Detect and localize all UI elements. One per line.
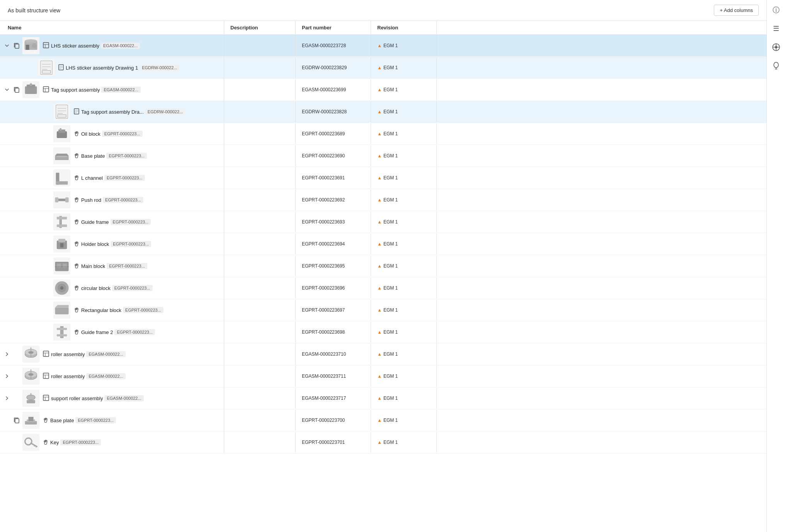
item-tag: EGPRT-0000223... <box>102 131 143 137</box>
table-row[interactable]: L channelEGPRT-0000223...EGPRT-000022369… <box>0 167 766 189</box>
chevron-right-icon[interactable] <box>3 394 11 402</box>
copy-icon[interactable] <box>12 41 21 50</box>
revision-value: EGM 1 <box>383 175 398 181</box>
copy-icon[interactable] <box>12 416 21 425</box>
table-row[interactable]: KeyEGPRT-0000223...EGPRT-0000223701▲EGM … <box>0 431 766 454</box>
cell-revision: ▲EGM 1 <box>371 410 437 431</box>
col-header-description: Description <box>224 21 296 34</box>
cell-description <box>224 278 296 298</box>
table-row[interactable]: roller assemblyEGASM-000022...EGASM-0000… <box>0 343 766 365</box>
type-icon <box>43 417 49 424</box>
list-icon[interactable]: ☰ <box>769 22 783 36</box>
type-icon <box>43 394 49 402</box>
cell-description <box>224 300 296 321</box>
cell-part-number: EGPRT-0000223690 <box>296 145 371 166</box>
svg-point-100 <box>774 62 778 68</box>
thumbnail <box>53 103 70 120</box>
revision-triangle: ▲ <box>377 43 382 48</box>
svg-rect-42 <box>55 197 58 202</box>
cell-revision: ▲EGM 1 <box>371 432 437 453</box>
table-row[interactable]: Base plateEGPRT-0000223...EGPRT-00002237… <box>0 409 766 431</box>
chevron-down-icon[interactable] <box>3 86 11 94</box>
table-row[interactable]: LHS sticker assemblyEGASM-000022...EGASM… <box>0 35 766 57</box>
item-name: Guide frame <box>81 219 109 225</box>
revision-value: EGM 1 <box>383 241 398 247</box>
item-name: Key <box>50 440 59 445</box>
table-row[interactable]: roller assemblyEGASM-000022...EGASM-0000… <box>0 365 766 387</box>
svg-rect-88 <box>28 417 31 421</box>
table-row[interactable]: LHS sticker assembly Drawing 1EGDRW-0000… <box>0 57 766 79</box>
revision-value: EGM 1 <box>383 87 398 92</box>
svg-rect-85 <box>15 419 19 423</box>
cell-part-number: EGPRT-0000223695 <box>296 256 371 276</box>
table-row[interactable]: Push rodEGPRT-0000223...EGPRT-0000223692… <box>0 189 766 211</box>
chevron-right-icon[interactable] <box>3 350 11 358</box>
cell-description <box>224 344 296 365</box>
table-row[interactable]: Base plateEGPRT-0000223...EGPRT-00002236… <box>0 145 766 167</box>
table-row[interactable]: support roller assemblyEGASM-000022...EG… <box>0 387 766 409</box>
cell-revision: ▲EGM 1 <box>371 79 437 100</box>
cell-revision: ▲EGM 1 <box>371 211 437 232</box>
cell-description <box>224 234 296 254</box>
thumbnail <box>53 324 70 341</box>
type-icon <box>73 108 80 116</box>
rows-container: LHS sticker assemblyEGASM-000022...EGASM… <box>0 35 766 454</box>
cell-revision: ▲EGM 1 <box>371 234 437 254</box>
table-row[interactable]: Main blockEGPRT-0000223...EGPRT-00002236… <box>0 255 766 277</box>
type-icon <box>73 218 80 226</box>
alert-icon[interactable] <box>769 59 783 73</box>
cell-name: roller assemblyEGASM-000022... <box>0 365 224 387</box>
svg-rect-21 <box>43 87 49 92</box>
item-name: Rectangular block <box>81 307 121 313</box>
item-tag: EGPRT-0000223... <box>112 285 153 291</box>
cell-name: Holder blockEGPRT-0000223... <box>0 233 224 255</box>
type-icon <box>73 285 80 292</box>
revision-triangle: ▲ <box>377 219 382 225</box>
svg-rect-17 <box>15 88 19 92</box>
svg-point-95 <box>775 46 777 48</box>
table-row[interactable]: Holder blockEGPRT-0000223...EGPRT-000022… <box>0 233 766 255</box>
table-container: Name Description Part number Revision LH… <box>0 21 766 532</box>
connection-icon[interactable] <box>769 40 783 54</box>
table-row[interactable]: Tag support assembly Dra...EGDRW-000022.… <box>0 101 766 123</box>
table-row[interactable]: circular blockEGPRT-0000223...EGPRT-0000… <box>0 277 766 299</box>
info-icon[interactable]: ⓘ <box>769 3 783 17</box>
revision-triangle: ▲ <box>377 396 382 401</box>
table-row[interactable]: Tag support assemblyEGASM-000022...EGASM… <box>0 79 766 101</box>
cell-name: Tag support assembly Dra...EGDRW-000022.… <box>0 101 224 123</box>
revision-value: EGM 1 <box>383 219 398 225</box>
svg-rect-35 <box>60 128 61 131</box>
cell-name: LHS sticker assembly Drawing 1EGDRW-0000… <box>0 57 224 78</box>
chevron-right-icon[interactable] <box>3 372 11 380</box>
revision-value: EGM 1 <box>383 65 398 70</box>
thumbnail <box>22 346 39 363</box>
thumbnail <box>22 434 39 451</box>
svg-rect-3 <box>26 45 29 50</box>
cell-revision: ▲EGM 1 <box>371 366 437 387</box>
copy-icon[interactable] <box>12 85 21 94</box>
cell-part-number: EGDRW-0000223828 <box>296 101 371 122</box>
table-row[interactable]: Rectangular blockEGPRT-0000223...EGPRT-0… <box>0 299 766 321</box>
cell-name: L channelEGPRT-0000223... <box>0 167 224 189</box>
table-row[interactable]: Oil blockEGPRT-0000223...EGPRT-000022368… <box>0 123 766 145</box>
cell-part-number: EGPRT-0000223696 <box>296 278 371 298</box>
add-columns-button[interactable]: + Add columns <box>714 5 759 16</box>
table-row[interactable]: Guide frameEGPRT-0000223...EGPRT-0000223… <box>0 211 766 233</box>
cell-name: circular blockEGPRT-0000223... <box>0 277 224 299</box>
cell-part-number: EGPRT-0000223700 <box>296 410 371 431</box>
svg-point-90 <box>25 438 32 445</box>
revision-value: EGM 1 <box>383 351 398 357</box>
cell-name: LHS sticker assemblyEGASM-000022... <box>0 35 224 56</box>
cell-revision: ▲EGM 1 <box>371 123 437 144</box>
cell-part-number: EGPRT-0000223692 <box>296 189 371 210</box>
type-icon <box>43 350 49 358</box>
table-row[interactable]: Guide frame 2EGPRT-0000223...EGPRT-00002… <box>0 321 766 343</box>
cell-name: Tag support assemblyEGASM-000022... <box>0 79 224 101</box>
item-name: LHS sticker assembly Drawing 1 <box>66 65 138 71</box>
type-icon <box>73 174 80 182</box>
type-icon <box>43 372 49 380</box>
cell-revision: ▲EGM 1 <box>371 322 437 343</box>
chevron-down-icon[interactable] <box>3 42 11 49</box>
cell-description <box>224 167 296 188</box>
revision-value: EGM 1 <box>383 131 398 136</box>
